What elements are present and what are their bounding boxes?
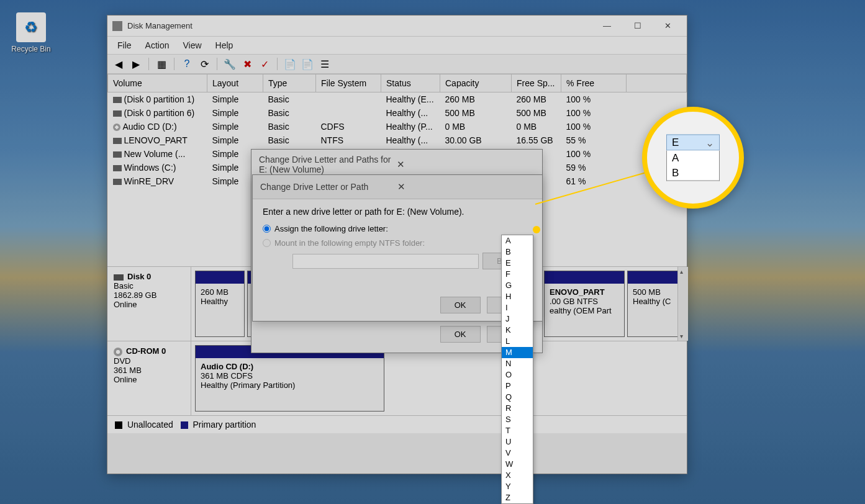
back-icon[interactable]: ◀ (111, 56, 126, 71)
new-icon[interactable]: 📄 (283, 56, 297, 71)
col-layout[interactable]: Layout (207, 74, 263, 92)
radio-mount[interactable]: Mount in the following empty NTFS folder… (263, 238, 532, 248)
check-icon[interactable]: ✓ (257, 56, 272, 71)
close-button[interactable]: ✕ (654, 17, 682, 35)
add-icon[interactable]: 📄 (300, 56, 315, 71)
drive-letter-dropdown[interactable]: ABEFGHIJKLMNOPQRSTUVWXYZ (501, 235, 533, 504)
dropdown-option[interactable]: Z (502, 492, 533, 503)
dropdown-option[interactable]: B (502, 246, 533, 258)
ok-button[interactable]: OK (440, 326, 481, 343)
list-icon[interactable]: ☰ (317, 56, 332, 71)
app-icon (112, 21, 122, 31)
radio-mount-input[interactable] (263, 239, 271, 247)
scrollbar[interactable] (677, 267, 688, 341)
dropdown-option[interactable]: Q (502, 392, 533, 403)
minimize-button[interactable]: — (593, 17, 621, 35)
legend-swatch-unallocated (115, 421, 122, 429)
instruction-text: Enter a new drive letter or path for E: … (263, 207, 532, 217)
table-row[interactable]: (Disk 0 partition 6)SimpleBasicHealthy (… (108, 106, 687, 120)
toolbar: ◀ ▶ ▦ ? ⟳ 🔧 ✖ ✓ 📄 📄 ☰ (107, 54, 687, 74)
recycle-bin-icon (16, 12, 46, 42)
col-status[interactable]: Status (381, 74, 440, 92)
dropdown-option[interactable]: A (667, 151, 719, 166)
dropdown-option[interactable]: S (502, 414, 533, 425)
callout-anchor (533, 226, 540, 233)
dropdown-option[interactable]: I (502, 302, 533, 313)
dropdown-option[interactable]: N (502, 358, 533, 369)
delete-icon[interactable]: ✖ (240, 56, 255, 71)
dropdown-option[interactable]: W (502, 459, 533, 470)
table-row[interactable]: (Disk 0 partition 1)SimpleBasicHealthy (… (108, 92, 687, 107)
dropdown-option[interactable]: G (502, 280, 533, 291)
col-spacer (627, 74, 687, 92)
menu-file[interactable]: File (111, 38, 138, 53)
dropdown-option[interactable]: F (502, 269, 533, 280)
dropdown-option[interactable]: K (502, 325, 533, 336)
col-pct[interactable]: % Free (561, 74, 627, 92)
zoom-drive-select[interactable]: E (666, 135, 720, 151)
dropdown-option[interactable]: E (502, 258, 533, 269)
col-fs[interactable]: File System (316, 74, 381, 92)
cd-icon (114, 348, 122, 356)
dropdown-option[interactable]: L (502, 336, 533, 347)
help-icon[interactable]: ? (179, 56, 194, 71)
menu-view[interactable]: View (176, 38, 207, 53)
dropdown-option[interactable]: Y (502, 481, 533, 492)
refresh-icon[interactable]: ⟳ (197, 56, 212, 71)
dropdown-option[interactable]: O (502, 369, 533, 380)
menu-action[interactable]: Action (139, 38, 176, 53)
recycle-bin[interactable]: Recycle Bin (9, 12, 53, 53)
dropdown-option[interactable]: T (502, 425, 533, 436)
legend-swatch-primary (181, 421, 188, 429)
col-volume[interactable]: Volume (108, 74, 207, 92)
table-row[interactable]: LENOVO_PARTSimpleBasicNTFSHealthy (...30… (108, 133, 687, 147)
properties-icon[interactable]: 🔧 (222, 56, 237, 71)
col-type[interactable]: Type (263, 74, 316, 92)
menubar: File Action View Help (107, 37, 687, 54)
recycle-bin-label: Recycle Bin (9, 45, 53, 53)
dropdown-option[interactable]: R (502, 403, 533, 414)
disk-icon (114, 274, 124, 281)
dropdown-option[interactable]: V (502, 448, 533, 459)
radio-assign[interactable]: Assign the following drive letter: (263, 224, 532, 233)
partition[interactable]: ENOVO_PART .00 GB NTFS ealthy (OEM Part (544, 271, 625, 337)
legend: Unallocated Primary partition (107, 416, 687, 433)
col-free[interactable]: Free Sp... (512, 74, 561, 92)
forward-icon[interactable]: ▶ (129, 56, 143, 71)
zoom-dropdown[interactable]: A B (666, 151, 720, 181)
menu-help[interactable]: Help (209, 38, 240, 53)
ntfs-folder-input (292, 254, 479, 269)
dropdown-option[interactable]: J (502, 313, 533, 325)
close-icon[interactable]: ✕ (392, 158, 535, 171)
close-icon[interactable]: ✕ (392, 180, 535, 194)
dropdown-option[interactable]: X (502, 470, 533, 481)
dropdown-option[interactable]: M (502, 347, 533, 358)
dialog-change-letter: Change Drive Letter or Path ✕ Enter a ne… (252, 174, 543, 322)
radio-assign-input[interactable] (263, 225, 271, 233)
dialog-title-text: Change Drive Letter or Path (260, 182, 392, 192)
ok-button[interactable]: OK (440, 297, 481, 313)
dropdown-option[interactable]: A (502, 235, 533, 246)
maximize-button[interactable]: ☐ (623, 17, 651, 35)
partition[interactable]: Audio CD (D:) 361 MB CDFS Healthy (Prima… (195, 345, 384, 412)
dropdown-option[interactable]: H (502, 291, 533, 302)
dialog-title-text: Change Drive Letter and Paths for E: (Ne… (259, 155, 392, 174)
zoom-callout: E A B (642, 107, 744, 209)
titlebar[interactable]: Disk Management — ☐ ✕ (107, 16, 687, 37)
partition[interactable]: 500 MB Healthy (C (627, 271, 683, 337)
dropdown-option[interactable]: B (667, 166, 719, 181)
col-capacity[interactable]: Capacity (440, 74, 512, 92)
table-row[interactable]: Audio CD (D:)SimpleBasicCDFSHealthy (P..… (108, 120, 687, 133)
show-hide-icon[interactable]: ▦ (154, 56, 169, 71)
dropdown-option[interactable]: U (502, 436, 533, 448)
window-title: Disk Management (127, 21, 593, 30)
dropdown-option[interactable]: P (502, 380, 533, 392)
partition[interactable]: 260 MB Healthy (195, 271, 245, 337)
